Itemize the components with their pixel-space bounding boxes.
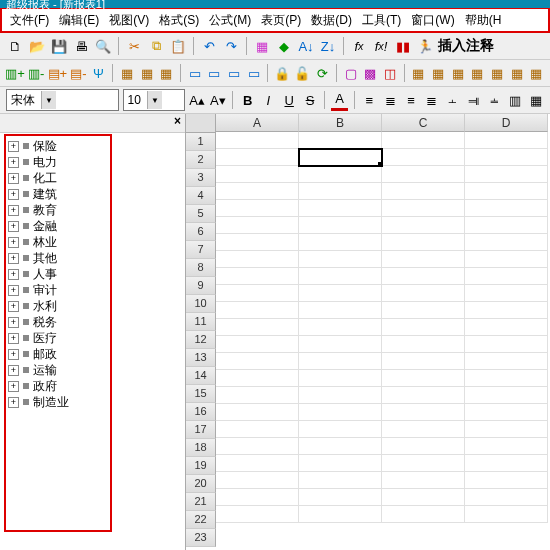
cell[interactable] (216, 387, 299, 404)
cell[interactable] (216, 251, 299, 268)
expand-icon[interactable]: + (8, 381, 19, 392)
sort-desc-icon[interactable]: Z↓ (319, 37, 337, 55)
menu-page[interactable]: 表页(P) (257, 11, 305, 30)
cell[interactable] (299, 302, 382, 319)
fx-icon[interactable]: fx (350, 37, 368, 55)
col-delete-icon[interactable]: ▥- (28, 64, 44, 82)
chevron-down-icon[interactable]: ▼ (41, 91, 56, 109)
cell[interactable] (465, 234, 548, 251)
misc1-icon[interactable]: ▦ (411, 64, 427, 82)
expand-icon[interactable]: + (8, 269, 19, 280)
cell[interactable] (299, 234, 382, 251)
menu-format[interactable]: 格式(S) (155, 11, 203, 30)
column-header[interactable]: B (299, 114, 382, 132)
group2-icon[interactable]: ▦ (139, 64, 155, 82)
cell[interactable] (216, 149, 299, 166)
cell[interactable] (216, 353, 299, 370)
refresh-icon[interactable]: ⟳ (314, 64, 330, 82)
cell[interactable] (465, 251, 548, 268)
filled-icon[interactable]: ▩ (362, 64, 378, 82)
redo-icon[interactable]: ↷ (222, 37, 240, 55)
save-icon[interactable]: 💾 (50, 37, 68, 55)
layer1-icon[interactable]: ▭ (187, 64, 203, 82)
cell[interactable] (216, 319, 299, 336)
expand-icon[interactable]: + (8, 253, 19, 264)
unlock-icon[interactable]: 🔓 (294, 64, 310, 82)
row-header[interactable]: 7 (186, 241, 216, 259)
font-color-icon[interactable]: A (331, 90, 348, 111)
cell[interactable] (382, 319, 465, 336)
cell[interactable] (465, 455, 548, 472)
misc3-icon[interactable]: ▦ (450, 64, 466, 82)
size-inc-icon[interactable]: A▴ (189, 91, 206, 109)
expand-icon[interactable]: + (8, 189, 19, 200)
align-left-icon[interactable]: ≡ (361, 91, 378, 109)
cell[interactable] (299, 506, 382, 523)
row-header[interactable]: 9 (186, 277, 216, 295)
cell[interactable] (216, 183, 299, 200)
row-header[interactable]: 14 (186, 367, 216, 385)
row-header[interactable]: 17 (186, 421, 216, 439)
preview-icon[interactable]: 🔍 (94, 37, 112, 55)
menu-formula[interactable]: 公式(M) (205, 11, 255, 30)
expand-icon[interactable]: + (8, 397, 19, 408)
tree-item[interactable]: +建筑 (8, 186, 108, 202)
expand-icon[interactable]: + (8, 301, 19, 312)
bold-button[interactable]: B (239, 91, 256, 109)
align-center-icon[interactable]: ≣ (382, 91, 399, 109)
valign-mid-icon[interactable]: ⫥ (465, 91, 482, 109)
chart-icon[interactable]: ▦ (253, 37, 271, 55)
expand-icon[interactable]: + (8, 221, 19, 232)
cell[interactable] (465, 132, 548, 149)
cell[interactable] (382, 149, 465, 166)
paste-icon[interactable]: 📋 (169, 37, 187, 55)
cell[interactable] (382, 472, 465, 489)
align-justify-icon[interactable]: ≣ (423, 91, 440, 109)
cell[interactable] (465, 370, 548, 387)
tree-item[interactable]: +化工 (8, 170, 108, 186)
cell[interactable] (216, 404, 299, 421)
cell[interactable] (465, 438, 548, 455)
expand-icon[interactable]: + (8, 237, 19, 248)
menu-tool[interactable]: 工具(T) (358, 11, 405, 30)
cell[interactable] (382, 217, 465, 234)
cell[interactable] (299, 387, 382, 404)
cell[interactable] (216, 472, 299, 489)
tree-item[interactable]: +其他 (8, 250, 108, 266)
cell[interactable] (465, 421, 548, 438)
new-icon[interactable]: 🗋 (6, 37, 24, 55)
lock-icon[interactable]: 🔒 (274, 64, 290, 82)
tree-item[interactable]: +审计 (8, 282, 108, 298)
cell[interactable] (216, 285, 299, 302)
copy-icon[interactable]: ⧉ (147, 37, 165, 55)
valign-bot-icon[interactable]: ⫨ (486, 91, 503, 109)
cell[interactable] (299, 166, 382, 183)
cell[interactable] (382, 132, 465, 149)
cell[interactable] (299, 319, 382, 336)
tree-item[interactable]: +电力 (8, 154, 108, 170)
cell[interactable] (382, 404, 465, 421)
cell[interactable] (465, 404, 548, 421)
run-icon[interactable]: 🏃 (416, 37, 434, 55)
cell[interactable] (299, 285, 382, 302)
col-insert-icon[interactable]: ▥+ (6, 64, 24, 82)
cell[interactable] (465, 302, 548, 319)
size-dec-icon[interactable]: A▾ (210, 91, 227, 109)
expand-icon[interactable]: + (8, 141, 19, 152)
menu-file[interactable]: 文件(F) (6, 11, 53, 30)
merge-icon[interactable]: ▥ (506, 91, 523, 109)
cell[interactable] (465, 149, 548, 166)
row-header[interactable]: 11 (186, 313, 216, 331)
cell[interactable] (465, 200, 548, 217)
print-icon[interactable]: 🖶 (72, 37, 90, 55)
misc4-icon[interactable]: ▦ (469, 64, 485, 82)
cell[interactable] (299, 404, 382, 421)
cell[interactable] (382, 455, 465, 472)
row-header[interactable]: 8 (186, 259, 216, 277)
cell[interactable] (299, 217, 382, 234)
cell[interactable] (382, 268, 465, 285)
column-header[interactable]: D (465, 114, 548, 132)
cell[interactable] (465, 217, 548, 234)
cell[interactable] (382, 183, 465, 200)
cell[interactable] (299, 370, 382, 387)
